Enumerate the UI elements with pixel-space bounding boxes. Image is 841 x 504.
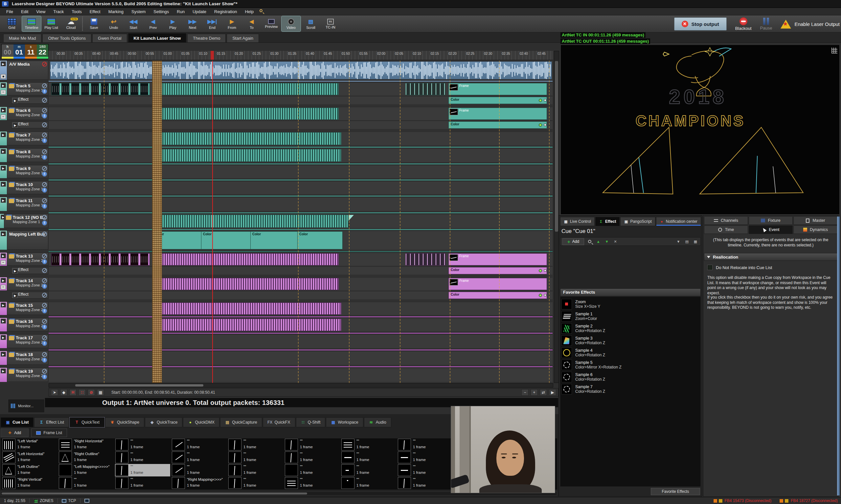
track-play-button[interactable]: ▶ <box>1 198 6 203</box>
track-header-a-v-media[interactable]: ▶■A/V Media <box>0 61 48 80</box>
favorite-effects-button[interactable]: Favorite Effects <box>651 488 700 495</box>
show-tab-other-tools-options[interactable]: Other Tools Options <box>42 34 91 42</box>
toolbar-timeline[interactable]: Timeline <box>22 16 41 32</box>
toolbar-grid[interactable]: Grid <box>2 16 21 32</box>
collapse-button[interactable]: − <box>1 285 6 289</box>
track-lane-track-13[interactable]: Frame <box>49 253 552 266</box>
track-header-track-6[interactable]: ▶−Track 6Mapping Zone 1! <box>0 107 48 120</box>
bottom-tab-quickdmx[interactable]: ●QuickDMX <box>183 417 220 427</box>
event-tab-master[interactable]: Master <box>793 216 837 225</box>
toolbar-play-list[interactable]: Play List <box>42 16 61 32</box>
pause-button[interactable]: Pause <box>760 18 772 31</box>
bottom-tab-q-shift[interactable]: ∷Q-Shift <box>296 417 326 427</box>
preview-grid-icon[interactable] <box>831 48 837 53</box>
cue-tab-effect[interactable]: ΣEffect <box>595 217 620 226</box>
favorite-effect-item[interactable]: Sample 1Zoom+Color <box>562 310 699 322</box>
toolbar-tc-in[interactable]: 01TC-IN <box>321 16 340 32</box>
toolbar-next[interactable]: ▶▶Next <box>183 16 202 32</box>
menu-settings[interactable]: Settings <box>150 8 172 15</box>
cue-cell[interactable]: "Right Outlline"1 frame <box>58 451 114 464</box>
zone-info-icon[interactable]: ! <box>42 284 47 289</box>
track-play-button[interactable]: ▶ <box>1 108 6 112</box>
track-disable-icon[interactable] <box>42 232 47 237</box>
show-tab-make-me-mad[interactable]: Make Me Mad <box>3 34 41 42</box>
frame-clip[interactable]: Frame <box>448 108 547 120</box>
track-lane-mapping-left-bus[interactable]: ColorColorColorColor <box>49 231 552 250</box>
toolbar-save[interactable]: Save <box>84 16 103 32</box>
color-effect-clip[interactable]: Color <box>448 292 547 299</box>
track-play-button[interactable]: ▶ <box>1 368 6 373</box>
track-lane-effect[interactable]: Color <box>49 267 552 275</box>
track-play-button[interactable]: ▶ <box>1 278 6 283</box>
expand-button[interactable]: ▶ <box>13 123 18 128</box>
track-lane-effect[interactable]: Color <box>49 96 552 104</box>
keyframe-node[interactable] <box>539 294 542 297</box>
cue-cell[interactable]: ""1 frame <box>115 477 170 489</box>
disable-icon[interactable] <box>42 268 47 273</box>
menu-run[interactable]: Run <box>173 8 188 15</box>
event-tab-event[interactable]: Event <box>749 226 793 234</box>
cue-cell[interactable]: "Left Vertial"1 frame <box>2 438 57 451</box>
track-disable-icon[interactable] <box>42 254 47 258</box>
bottom-tab-quickfx[interactable]: FXQuickFX <box>263 417 295 427</box>
track-header-track-5[interactable]: ▶−Track 5Mapping Zone 1! <box>0 83 48 95</box>
checkbox-box[interactable] <box>707 265 713 270</box>
track-disable-icon[interactable] <box>42 166 47 171</box>
cue-cell[interactable]: ""1 frame <box>397 438 453 451</box>
bottom-tab-cue-list[interactable]: ▣Cue List <box>1 417 34 427</box>
track-header-track-11[interactable]: ▶Track 11Mapping Zone 1! <box>0 197 48 211</box>
favorite-effect-item[interactable]: Sample 7Color+Rotation Z <box>562 383 699 395</box>
expand-button[interactable]: ▶ <box>13 98 18 103</box>
track-disable-icon[interactable] <box>42 278 47 283</box>
cue-cell[interactable]: "Left Outline"1 frame <box>2 464 57 476</box>
menu-tools[interactable]: Tools <box>68 8 85 15</box>
track-disable-icon[interactable] <box>42 335 47 340</box>
toolbar-cloud[interactable]: ☁betaCloud <box>62 16 81 32</box>
fb4-status-2[interactable]: FB4 18727 (Disconnected) <box>779 499 838 503</box>
keyframe-endpoint[interactable] <box>544 269 546 272</box>
snap-tool-icon[interactable]: ◆ <box>60 389 67 396</box>
menu-effect[interactable]: Effect <box>86 8 104 15</box>
expand-button[interactable]: ▶ <box>13 293 18 298</box>
bottom-tab-quickshape[interactable]: ❦QuickShape <box>105 417 144 427</box>
frame-thumbnail-clips[interactable] <box>51 83 150 95</box>
menu-system[interactable]: System <box>128 8 149 15</box>
toolbar-scroll[interactable]: ▤Scroll <box>301 16 320 32</box>
track-lane-a-v-media[interactable] <box>49 61 552 80</box>
cue-tab-notification-center[interactable]: ●Notification center <box>656 217 701 226</box>
toolbar-from[interactable]: ▶From <box>222 16 241 32</box>
track-header-track-7[interactable]: ▶Track 7Mapping Zone 1! <box>0 131 48 145</box>
cue-add-button[interactable]: + Add <box>1 429 29 437</box>
favorite-effect-item[interactable]: Sample 2Color+Rotation Z <box>562 322 699 335</box>
color-effect-clip[interactable]: Color <box>448 267 547 274</box>
dense-event-clip[interactable] <box>161 215 348 228</box>
bottom-tab-quickcapture[interactable]: ▤QuickCapture <box>220 417 262 427</box>
track-play-button[interactable]: ▶ <box>1 83 6 88</box>
cue-cell[interactable]: ""1 frame <box>115 464 170 476</box>
track-lane-track-9[interactable] <box>49 165 552 178</box>
fb4-status-1[interactable]: FB4 15473 (Disconnected) <box>713 499 772 503</box>
zone-info-icon[interactable]: ! <box>42 374 47 379</box>
cue-cell[interactable]: ""1 frame <box>171 451 227 464</box>
track-header-track-19[interactable]: ▶Track 19Mapping Zone 2! <box>0 368 48 382</box>
event-tab-dynamics[interactable]: Dynamics <box>793 226 837 234</box>
show-tab-kit-launch-laser-show[interactable]: Kit Launch Laser Show <box>128 33 187 42</box>
event-tab-channels[interactable]: Channels <box>704 216 748 225</box>
toolbar-video[interactable]: Video <box>281 16 301 32</box>
track-header-track-13[interactable]: ▶−Track 13Mapping Zone 2! <box>0 253 48 266</box>
right-edge-scrollbar[interactable] <box>837 217 840 496</box>
track-disable-icon[interactable] <box>42 108 47 113</box>
track-header-track-9[interactable]: ▶Track 9Mapping Zone 1! <box>0 165 48 178</box>
favorite-effect-item[interactable]: Sample 4Color+Rotation Z <box>562 346 699 359</box>
keyframe-endpoint[interactable] <box>544 99 546 102</box>
track-header-track-16[interactable]: ▶Track 16Mapping Zone 2! <box>0 318 48 331</box>
grid-view-icon[interactable]: ▦ <box>692 239 699 244</box>
track-disable-icon[interactable] <box>42 319 47 324</box>
zone-info-icon[interactable]: ! <box>42 325 47 329</box>
keyframe-node[interactable] <box>539 123 542 127</box>
toolbar-to[interactable]: ◀To <box>242 16 261 32</box>
dense-event-clip[interactable] <box>153 108 339 120</box>
zone-info-icon[interactable]: ! <box>42 358 47 363</box>
keyframe-node[interactable] <box>539 99 542 102</box>
zone-info-icon[interactable]: ! <box>42 138 47 143</box>
